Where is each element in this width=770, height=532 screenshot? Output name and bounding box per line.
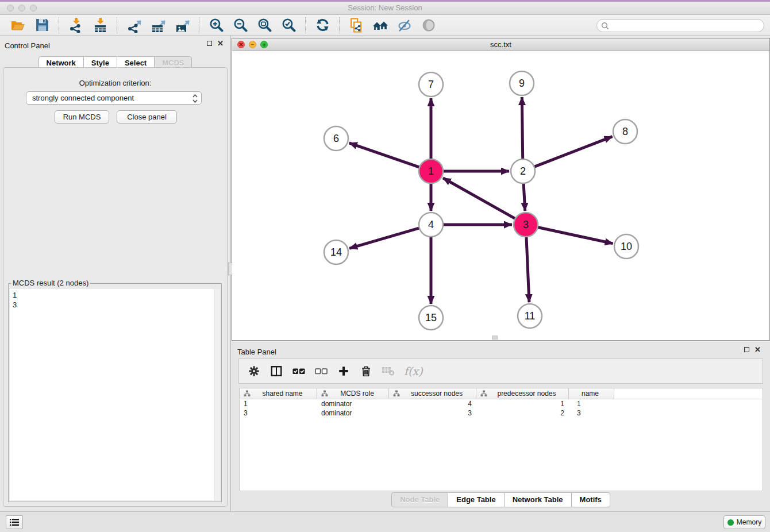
- deselect-all-icon[interactable]: [314, 364, 328, 378]
- zoom-selected-icon[interactable]: [280, 17, 297, 33]
- list-icon: [9, 518, 20, 526]
- column-header-name[interactable]: name: [569, 388, 614, 399]
- table-tabs: Node Table Edge Table Network Table Moti…: [232, 492, 770, 507]
- tab-edge-table[interactable]: Edge Table: [448, 492, 504, 507]
- select-all-icon[interactable]: [292, 364, 306, 378]
- graph-edge-1-6[interactable]: [349, 143, 419, 167]
- table-row[interactable]: 3 dominator 3 2 3: [240, 408, 763, 418]
- table-cell[interactable]: dominator: [317, 408, 389, 418]
- network-canvas[interactable]: 7968124314101511: [232, 51, 769, 340]
- float-panel-icon[interactable]: [207, 41, 212, 46]
- table-cell[interactable]: 1: [569, 399, 614, 408]
- import-network-icon[interactable]: [68, 17, 84, 33]
- dropdown-stepper-icon: [191, 93, 199, 106]
- graph-edge-3-10[interactable]: [538, 227, 613, 243]
- mcds-result-line: 1: [13, 290, 210, 300]
- show-panels-button[interactable]: [6, 515, 23, 529]
- split-column-icon[interactable]: [270, 364, 283, 378]
- tab-network-table[interactable]: Network Table: [504, 492, 572, 507]
- control-panel: Control Panel ✕ Network Style Select MCD…: [0, 36, 231, 511]
- table-cell[interactable]: 3: [389, 408, 476, 418]
- search-field[interactable]: [596, 19, 764, 32]
- search-input[interactable]: [611, 21, 764, 31]
- float-table-panel-icon[interactable]: [744, 347, 749, 352]
- home-layout-icon[interactable]: [372, 17, 388, 33]
- table-toolbar: f(x): [238, 358, 763, 384]
- column-type-icon: [244, 390, 251, 397]
- zoom-in-icon[interactable]: [208, 17, 224, 33]
- close-table-panel-icon[interactable]: ✕: [754, 346, 761, 353]
- criterion-label: Optimization criterion:: [3, 79, 227, 87]
- refresh-layout-icon[interactable]: [314, 17, 330, 33]
- graph-node-label: 8: [622, 126, 628, 137]
- clone-network-icon[interactable]: [348, 17, 364, 33]
- add-column-icon[interactable]: [337, 364, 351, 378]
- control-panel-title: Control Panel: [5, 41, 50, 50]
- zoom-fit-icon[interactable]: [256, 17, 272, 33]
- save-session-icon[interactable]: [34, 17, 50, 33]
- mcds-result-group: MCDS result (2 nodes) 1 3: [8, 283, 222, 502]
- graph-node-label: 9: [519, 78, 525, 89]
- export-image-icon[interactable]: [174, 17, 190, 33]
- run-mcds-button[interactable]: Run MCDS: [55, 110, 109, 124]
- canvas-scroll-handle[interactable]: [492, 336, 498, 340]
- table-cell[interactable]: 1: [240, 399, 317, 408]
- delete-table-icon: [382, 364, 395, 378]
- show-details-icon[interactable]: [421, 17, 437, 33]
- zoom-out-icon[interactable]: [232, 17, 248, 33]
- graph-edge-2-3[interactable]: [523, 183, 525, 211]
- app-title-bar: Session: New Session: [0, 0, 770, 15]
- criterion-dropdown[interactable]: strongly connected component: [26, 91, 202, 105]
- status-bar: Memory: [0, 511, 770, 532]
- export-table-icon[interactable]: [150, 17, 166, 33]
- mcds-result-title: MCDS result (2 nodes): [11, 279, 90, 287]
- column-type-icon: [480, 390, 487, 397]
- control-panel-header: Control Panel ✕: [0, 36, 230, 52]
- table-cell[interactable]: 1: [476, 399, 569, 408]
- table-row[interactable]: 1 dominator 4 1 1: [240, 399, 763, 408]
- mcds-result-line: 3: [13, 300, 210, 310]
- result-scrollbar[interactable]: [214, 289, 220, 500]
- graph-edge-3-11[interactable]: [526, 237, 529, 302]
- close-panel-icon[interactable]: ✕: [217, 40, 224, 47]
- graph-node-label: 4: [428, 219, 434, 230]
- graph-edge-2-8[interactable]: [534, 137, 613, 167]
- import-table-icon[interactable]: [92, 17, 108, 33]
- table-cell[interactable]: dominator: [317, 399, 389, 408]
- graph-node-label: 11: [525, 310, 536, 322]
- delete-column-icon[interactable]: [359, 364, 373, 378]
- table-cell[interactable]: 3: [240, 408, 317, 418]
- graph-edge-4-14[interactable]: [349, 228, 419, 248]
- open-file-icon[interactable]: [10, 17, 26, 33]
- network-title: scc.txt: [232, 40, 769, 49]
- window-top-accent: [0, 0, 770, 2]
- node-table: shared name MCDS role successor nodes pr…: [239, 388, 763, 491]
- graph-node-label: 3: [523, 219, 529, 230]
- table-cell[interactable]: 3: [569, 408, 614, 418]
- table-cell[interactable]: 2: [476, 408, 569, 418]
- column-type-icon: [321, 390, 328, 397]
- close-panel-button[interactable]: Close panel: [117, 110, 177, 124]
- export-network-icon[interactable]: [126, 17, 142, 33]
- column-header-successor-nodes[interactable]: successor nodes: [389, 388, 476, 399]
- column-header-predecessor-nodes[interactable]: predecessor nodes: [476, 388, 569, 399]
- graph-edge-3-1[interactable]: [443, 178, 515, 219]
- column-header-shared-name[interactable]: shared name: [240, 388, 317, 399]
- gear-icon[interactable]: [247, 364, 261, 378]
- criterion-value: strongly connected component: [32, 94, 134, 102]
- table-cell[interactable]: 4: [389, 399, 476, 408]
- main-toolbar: [0, 15, 770, 36]
- memory-button[interactable]: Memory: [723, 515, 765, 529]
- tab-motifs[interactable]: Motifs: [571, 492, 610, 507]
- tab-node-table[interactable]: Node Table: [391, 492, 448, 507]
- column-header-filler: [614, 388, 763, 399]
- search-icon: [601, 22, 609, 30]
- hide-details-icon[interactable]: [396, 17, 413, 33]
- toolbar-separator: [305, 17, 306, 33]
- table-header-row: shared name MCDS role successor nodes pr…: [240, 388, 763, 399]
- mcds-result-area[interactable]: 1 3: [10, 289, 220, 500]
- column-header-mcds-role[interactable]: MCDS role: [317, 388, 389, 399]
- graph-edge-2-9[interactable]: [522, 97, 522, 159]
- graph-node-label: 10: [621, 241, 632, 252]
- network-window-titlebar[interactable]: ✕ − ＋ scc.txt: [232, 38, 769, 51]
